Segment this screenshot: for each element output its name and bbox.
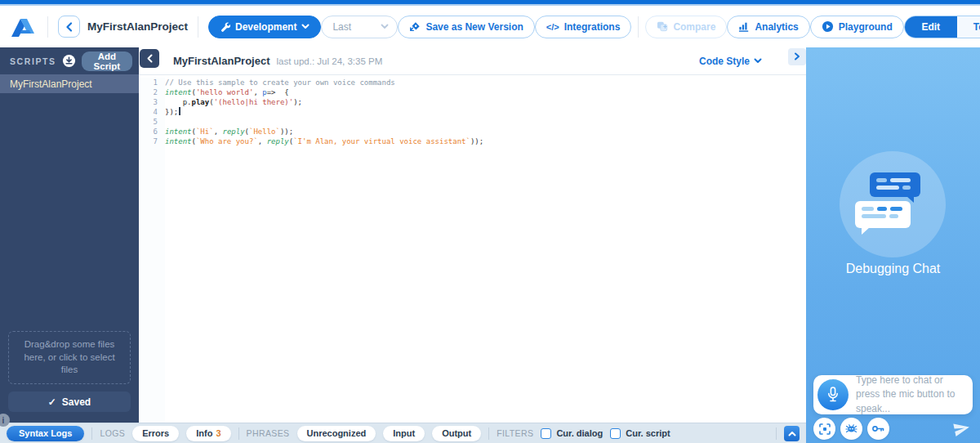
logs-section-label: LOGS — [100, 428, 125, 438]
alan-logo-icon — [10, 16, 36, 38]
checkbox-icon — [541, 428, 551, 439]
code-line: intent('hello world', p=> { — [165, 87, 806, 97]
analytics-button[interactable]: Analytics — [727, 16, 809, 38]
info-label: Info — [196, 428, 212, 438]
code-style-label: Code Style — [699, 56, 750, 67]
bubble-bar — [876, 186, 899, 190]
save-version-icon — [409, 21, 421, 33]
code-token: `I'm Alan, your virtual voice assistant` — [293, 137, 470, 145]
bubble-bar — [862, 207, 874, 211]
chevron-left-icon — [146, 54, 154, 63]
debug-bug-button[interactable] — [840, 418, 862, 440]
bottom-toolbar: Syntax Logs LOGS Errors Info 3 PHRASES U… — [0, 423, 806, 443]
save-version-label: Save as New Version — [425, 21, 523, 33]
edit-test-toggle: Edit Test — [904, 16, 980, 38]
line-number: 1 — [139, 78, 158, 87]
code-token: , — [214, 128, 223, 136]
chevron-up-icon — [788, 431, 796, 436]
code-line: p.play('(hello|hi there)'); — [165, 97, 806, 107]
integrations-label: Integrations — [564, 21, 621, 33]
code-line: // Use this sample to create your own vo… — [165, 78, 806, 87]
scripts-title: SCRIPTS — [10, 56, 56, 66]
cur-script-checkbox[interactable]: Cur. script — [610, 428, 670, 439]
code-token: reply — [222, 128, 244, 136]
bar-chart-icon — [738, 21, 750, 32]
info-filter-button[interactable]: Info 3 — [186, 426, 230, 441]
play-circle-icon — [822, 20, 834, 33]
bubble-bar — [862, 214, 886, 218]
integrations-button[interactable]: </> Integrations — [535, 16, 632, 38]
compare-button[interactable]: Compare — [645, 16, 727, 38]
chat-bubble-icon — [870, 172, 920, 197]
line-number: 7 — [139, 136, 158, 146]
code-area[interactable]: 1234567 // Use this sample to create you… — [139, 75, 806, 423]
code-editor: MyFirstAlanProject last upd.: Jul 24, 3:… — [139, 47, 806, 423]
code-token: play — [192, 98, 210, 106]
bubble-bar — [890, 207, 902, 211]
divider — [91, 427, 92, 440]
expand-logs-button[interactable] — [784, 426, 800, 441]
expand-panel-button[interactable] — [788, 48, 806, 65]
bubble-bar — [877, 207, 887, 211]
output-filter-button[interactable]: Output — [432, 426, 481, 441]
compare-label: Compare — [673, 21, 715, 33]
editor-header: MyFirstAlanProject last upd.: Jul 24, 3:… — [139, 47, 806, 75]
cur-dialog-checkbox[interactable]: Cur. dialog — [541, 428, 603, 439]
syntax-logs-button[interactable]: Syntax Logs — [7, 426, 84, 441]
code-token: 'hello world' — [196, 88, 253, 96]
code-token: // Use this sample to create your own vo… — [165, 78, 395, 87]
saved-button[interactable]: ✓ Saved — [8, 392, 131, 412]
text-cursor — [179, 107, 180, 115]
code-token: { — [276, 88, 289, 96]
input-filter-button[interactable]: Input — [383, 426, 425, 441]
tab-edit[interactable]: Edit — [905, 16, 957, 38]
tab-test[interactable]: Test — [957, 16, 980, 38]
line-number: 3 — [139, 97, 158, 107]
scan-mode-button[interactable] — [813, 418, 835, 440]
errors-filter-button[interactable]: Errors — [132, 426, 179, 441]
debugging-chat-panel: Debugging Chat Type here to chat or pres… — [806, 47, 980, 443]
download-scripts-icon[interactable] — [62, 54, 76, 68]
bug-icon — [845, 423, 858, 434]
version-select-value: Last — [332, 21, 351, 33]
code-style-dropdown[interactable]: Code Style — [699, 56, 762, 67]
analytics-label: Analytics — [755, 21, 798, 33]
code-token: => — [267, 88, 276, 96]
alan-logo[interactable] — [10, 15, 38, 39]
file-dropzone[interactable]: Drag&drop some files here, or click to s… — [8, 331, 131, 384]
chevron-down-icon — [301, 24, 310, 29]
save-as-new-version-button[interactable]: Save as New Version — [398, 16, 534, 38]
divider — [776, 427, 777, 440]
line-number: 4 — [139, 107, 158, 117]
divider — [238, 427, 239, 440]
mic-button[interactable] — [817, 379, 849, 410]
unrecognized-filter-button[interactable]: Unrecognized — [297, 426, 376, 441]
code-token: ); — [293, 98, 302, 106]
code-line: intent(`Who are you?`, reply(`I'm Alan, … — [165, 136, 806, 146]
environment-dropdown[interactable]: Development — [208, 16, 321, 38]
code-line — [165, 117, 806, 127]
scan-frame-icon — [819, 423, 831, 435]
send-button[interactable] — [953, 420, 970, 437]
add-script-button[interactable]: Add Script — [82, 51, 132, 71]
chevron-right-icon — [794, 52, 800, 60]
code-token: )); — [280, 128, 293, 136]
chat-illustration-circle — [840, 151, 946, 257]
playground-button[interactable]: Playground — [810, 16, 904, 38]
filters-section-label: FILTERS — [497, 428, 533, 438]
collapse-sidebar-button[interactable] — [140, 49, 159, 68]
compare-icon — [657, 21, 668, 32]
scripts-sidebar: SCRIPTS Add Script MyFirstAlanProject Dr… — [0, 47, 139, 423]
code-token: }); — [165, 108, 178, 116]
back-button[interactable] — [58, 16, 80, 38]
code-lines[interactable]: // Use this sample to create your own vo… — [165, 78, 806, 423]
last-updated-label: last upd.: Jul 24, 3:35 PM — [276, 56, 382, 66]
script-list-item[interactable]: MyFirstAlanProject — [0, 74, 139, 93]
chat-input[interactable]: Type here to chat or press the mic butto… — [813, 375, 973, 414]
code-brackets-icon: </> — [546, 22, 559, 32]
auth-key-button[interactable] — [867, 418, 889, 440]
code-token: , — [253, 88, 262, 96]
code-line: intent(`Hi`, reply(`Hello`)); — [165, 127, 806, 136]
version-select[interactable]: Last — [321, 16, 398, 38]
divider — [47, 16, 48, 38]
